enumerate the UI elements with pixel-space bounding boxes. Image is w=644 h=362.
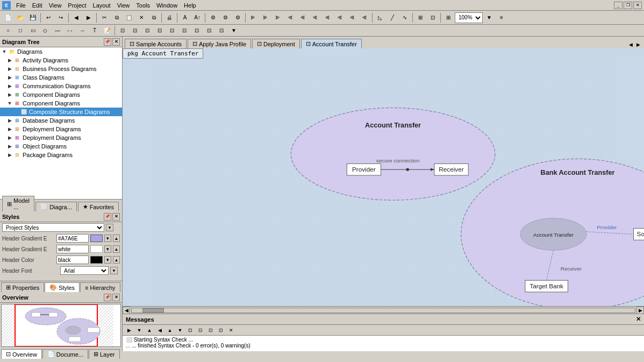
tree-node-object[interactable]: ▶ ⊞ Object Diagrams — [0, 142, 122, 151]
expand-composite[interactable]: ▼ — [6, 100, 13, 107]
expand-package[interactable]: ▶ — [6, 152, 13, 158]
tab-hierarchy[interactable]: ≡ Hierarchy — [80, 282, 120, 292]
messages-close-btn[interactable]: ✕ — [636, 316, 641, 323]
style-color-hge2[interactable] — [90, 245, 103, 253]
tab-diagra[interactable]: ⬜ Diagra... — [35, 202, 77, 211]
shape-diamond[interactable]: ◇ — [39, 25, 51, 36]
align3[interactable]: ⫸ — [272, 12, 284, 23]
font-button[interactable]: A — [179, 12, 191, 23]
print-button[interactable]: 🖨 — [163, 12, 175, 23]
menu-layout[interactable]: Layout — [90, 1, 114, 10]
msg-btn-6[interactable]: ▼ — [175, 326, 185, 335]
msg-btn-8[interactable]: ⊡ — [196, 326, 205, 335]
expand-diagrams[interactable]: ▼ — [1, 48, 8, 55]
expand-object[interactable]: ▶ — [6, 143, 13, 150]
shape-more[interactable]: ▼ — [228, 25, 240, 36]
align9[interactable]: ⫷ — [346, 12, 358, 23]
expand-class[interactable]: ▶ — [6, 74, 13, 81]
tree-node-diagrams[interactable]: ▼ 📁 Diagrams — [0, 47, 122, 56]
expand-interaction[interactable]: ▶ — [6, 134, 13, 141]
msg-btn-9[interactable]: ⊡ — [206, 326, 216, 335]
font2-button[interactable]: A↑ — [191, 12, 203, 23]
save-button[interactable]: 💾 — [27, 12, 39, 23]
tree-node-class[interactable]: ▶ ⊞ Class Diagrams — [0, 73, 122, 82]
style-font-select[interactable]: Arial — [60, 266, 109, 275]
zoom-select[interactable]: 100% 75% 50% 150% — [455, 12, 483, 23]
delete-button[interactable]: ✕ — [135, 12, 147, 23]
style-arrow-hf[interactable]: ▼ — [110, 267, 118, 274]
tree-node-component[interactable]: ▶ ⊞ Component Diagrams — [0, 90, 122, 99]
expand-communication[interactable]: ▶ — [6, 83, 13, 89]
msg-btn-10[interactable]: ⊡ — [216, 326, 226, 335]
style-scroll-up2[interactable]: ▲ — [113, 245, 120, 253]
msg-btn-4[interactable]: ◀ — [155, 326, 164, 335]
shape7[interactable]: ⊡ — [141, 25, 153, 36]
style-input-hc[interactable] — [56, 255, 89, 264]
shape12[interactable]: ⊡ — [203, 25, 215, 36]
expand-activity[interactable]: ▶ — [6, 57, 13, 63]
tools2[interactable]: ⚙ — [219, 12, 231, 23]
snap-button[interactable]: ⊡ — [427, 12, 439, 23]
style-input-hge1[interactable] — [56, 234, 89, 243]
canvas-tab-sample-accounts[interactable]: ⊡ Sample Accounts — [125, 39, 187, 48]
shape11[interactable]: ⊡ — [191, 25, 203, 36]
msg-btn-7[interactable]: ⊡ — [185, 326, 195, 335]
style-arrow-hge2[interactable]: ▼ — [104, 245, 111, 253]
shape-rect[interactable]: □ — [15, 25, 26, 36]
overview-pin[interactable]: 📌 — [104, 294, 111, 301]
zoom-extra[interactable]: ≡ — [496, 12, 507, 23]
undo-button[interactable]: ↩ — [42, 12, 54, 23]
styles-pin[interactable]: 📌 — [104, 213, 111, 221]
clone-button[interactable]: ⧉ — [148, 12, 160, 23]
style-scroll-up1[interactable]: ▲ — [113, 235, 120, 242]
overview-content[interactable] — [1, 304, 121, 347]
align6[interactable]: ⫷ — [309, 12, 321, 23]
shape13[interactable]: ⊡ — [216, 25, 227, 36]
align8[interactable]: ⫷ — [334, 12, 346, 23]
menu-view2[interactable]: View — [114, 1, 133, 10]
hscroll-thumb[interactable] — [142, 308, 164, 313]
style-color-hge1[interactable] — [90, 235, 103, 242]
msg-btn-2[interactable]: ▼ — [134, 326, 144, 335]
grid-button[interactable]: ⊞ — [414, 12, 426, 23]
tab-overview[interactable]: ⊡ Overview — [1, 349, 42, 359]
menu-view[interactable]: View — [46, 1, 65, 10]
canvas-tab-deployment[interactable]: ⊡ Deployment — [252, 39, 300, 48]
expand-component[interactable]: ▶ — [6, 91, 13, 98]
hscroll-left-btn[interactable]: ◀ — [123, 307, 130, 314]
tab-layer[interactable]: ⊞ Layer — [89, 349, 120, 359]
shape8[interactable]: ⊡ — [154, 25, 166, 36]
mode2[interactable]: ╱ — [387, 12, 398, 23]
menu-edit[interactable]: Edit — [29, 1, 46, 10]
shape-rounded[interactable]: ▭ — [27, 25, 39, 36]
redo-button[interactable]: ↪ — [55, 12, 67, 23]
style-color-hc[interactable] — [90, 256, 103, 264]
mode1[interactable]: ◺ — [374, 12, 386, 23]
tools3[interactable]: ⚙ — [232, 12, 244, 23]
diagram-tree-close[interactable]: ✕ — [112, 38, 120, 46]
canvas-scroll-left[interactable]: ◀ — [627, 41, 634, 48]
menu-window[interactable]: Window — [153, 1, 181, 10]
shape-line[interactable]: — — [52, 25, 63, 36]
tree-node-composite[interactable]: ▼ ⊞ Component Diagrams — [0, 99, 122, 108]
style-input-hge2[interactable] — [56, 245, 89, 253]
canvas-scroll-right[interactable]: ▶ — [634, 41, 642, 48]
tree-node-communication[interactable]: ▶ ⊞ Communication Diagrams — [0, 82, 122, 90]
tab-favorites[interactable]: ★ Favorites — [78, 202, 119, 211]
shape-circle[interactable]: ○ — [2, 25, 14, 36]
tab-properties[interactable]: ⊞ Properties — [1, 282, 44, 292]
tree-node-database[interactable]: ▶ ⊞ Database Diagrams — [0, 116, 122, 125]
align4[interactable]: ⫷ — [284, 12, 296, 23]
styles-dropdown[interactable]: Project Styles — [2, 223, 104, 232]
tree-node-interaction[interactable]: ▶ ⊞ Deployment Diagrams — [0, 133, 122, 142]
shape9[interactable]: ⊡ — [166, 25, 178, 36]
open-button[interactable]: 📂 — [15, 12, 26, 23]
tools1[interactable]: ⚙ — [207, 12, 219, 23]
tab-document[interactable]: 📄 Docume... — [42, 349, 88, 359]
expand-deployment[interactable]: ▶ — [6, 126, 13, 132]
tree-node-activity[interactable]: ▶ ⊞ Activity Diagrams — [0, 56, 122, 65]
cut-button[interactable]: ✂ — [98, 12, 110, 23]
shape10[interactable]: ⊡ — [178, 25, 190, 36]
menu-tools[interactable]: Tools — [133, 1, 153, 10]
align10[interactable]: ⫷ — [359, 12, 370, 23]
